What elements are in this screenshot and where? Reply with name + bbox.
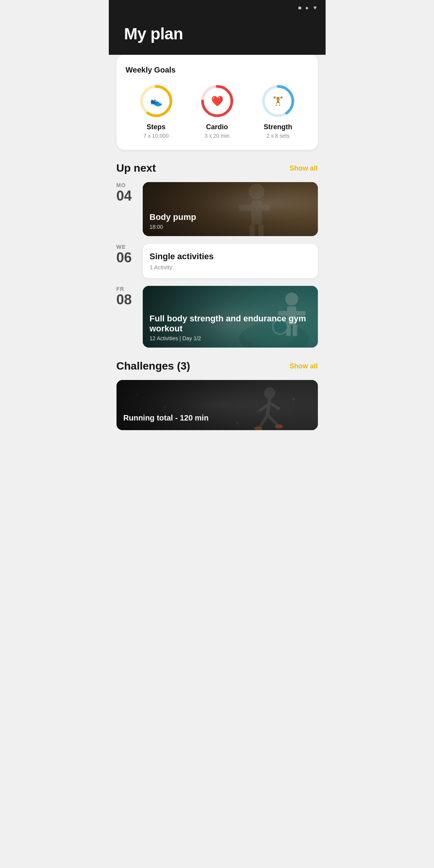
challenge-card-running[interactable]: Running total - 120 min xyxy=(117,380,318,430)
schedule-item-mo04: MO 04 Body pump 18:0 xyxy=(117,182,318,236)
up-next-header: Up next Show all xyxy=(117,162,318,174)
goal-steps[interactable]: 👟 Steps 7 x 10,000 xyxy=(139,84,174,139)
cardio-icon: ❤️ xyxy=(211,95,223,107)
workout-name-single: Single activities xyxy=(150,252,311,262)
steps-ring: 👟 xyxy=(139,84,174,118)
cardio-ring: ❤️ xyxy=(200,84,235,118)
strength-label: Strength xyxy=(264,123,292,131)
goal-cardio[interactable]: ❤️ Cardio 3 x 20 min xyxy=(200,84,235,139)
cardio-value: 3 x 20 min xyxy=(204,133,230,139)
steps-label: Steps xyxy=(147,123,165,131)
day-num-04: 04 xyxy=(117,188,132,204)
day-abbr-mo: MO xyxy=(117,182,137,188)
up-next-section: Up next Show all MO 04 xyxy=(117,162,318,348)
weekly-goals-card: Weekly Goals 👟 Steps 7 x 10,000 xyxy=(117,55,318,150)
page-title: My plan xyxy=(124,25,310,43)
challenges-show-all[interactable]: Show all xyxy=(289,362,317,370)
date-fr08: FR 08 xyxy=(117,286,137,307)
workout-card-single[interactable]: Single activities 1 Activity xyxy=(143,244,318,278)
main-content: Weekly Goals 👟 Steps 7 x 10,000 xyxy=(109,55,326,430)
workout-card-overlay-fullbody: Full body strength and endurance gym wor… xyxy=(143,286,318,348)
weekly-goals-title: Weekly Goals xyxy=(126,66,309,74)
workout-meta-fullbody: 12 Activities | Day 1/2 xyxy=(150,335,311,341)
strength-ring: 🏋 xyxy=(261,84,296,118)
steps-icon: 👟 xyxy=(150,95,162,107)
day-abbr-we: WE xyxy=(117,244,137,250)
cardio-label: Cardio xyxy=(206,123,228,131)
goals-row: 👟 Steps 7 x 10,000 ❤️ Cardio 3 x 20 min xyxy=(126,84,309,139)
strength-icon: 🏋 xyxy=(273,96,283,106)
day-abbr-fr: FR xyxy=(117,286,137,292)
wifi-icon: ▼ xyxy=(312,5,318,11)
challenges-title: Challenges (3) xyxy=(117,360,190,372)
schedule-item-fr08: FR 08 xyxy=(117,286,318,348)
date-we06: WE 06 xyxy=(117,244,137,265)
status-bar: ■ ● ▼ xyxy=(109,0,326,15)
day-num-06: 06 xyxy=(117,250,132,265)
workout-meta-single: 1 Activity xyxy=(150,264,311,270)
running-card-title: Running total - 120 min xyxy=(123,413,311,422)
challenges-header: Challenges (3) Show all xyxy=(117,360,318,372)
strength-value: 2 x 8 sets xyxy=(267,133,290,139)
workout-card-bodypump[interactable]: Body pump 18:00 xyxy=(143,182,318,236)
challenges-section: Challenges (3) Show all xyxy=(117,360,318,430)
day-num-08: 08 xyxy=(117,292,132,307)
signal-icon: ● xyxy=(305,5,308,11)
workout-name-fullbody: Full body strength and endurance gym wor… xyxy=(150,314,311,334)
up-next-show-all[interactable]: Show all xyxy=(289,164,317,172)
steps-value: 7 x 10,000 xyxy=(144,133,169,139)
up-next-title: Up next xyxy=(117,162,156,174)
workout-meta-bodypump: 18:00 xyxy=(150,224,311,230)
workout-card-fullbody[interactable]: Full body strength and endurance gym wor… xyxy=(143,286,318,348)
goal-strength[interactable]: 🏋 Strength 2 x 8 sets xyxy=(261,84,296,139)
date-mo04: MO 04 xyxy=(117,182,137,204)
schedule-item-we06: WE 06 Single activities 1 Activity xyxy=(117,244,318,278)
workout-name-bodypump: Body pump xyxy=(150,212,311,222)
running-card-overlay: Running total - 120 min xyxy=(117,380,318,430)
battery-icon: ■ xyxy=(298,5,301,11)
workout-card-overlay-bodypump: Body pump 18:00 xyxy=(143,182,318,236)
